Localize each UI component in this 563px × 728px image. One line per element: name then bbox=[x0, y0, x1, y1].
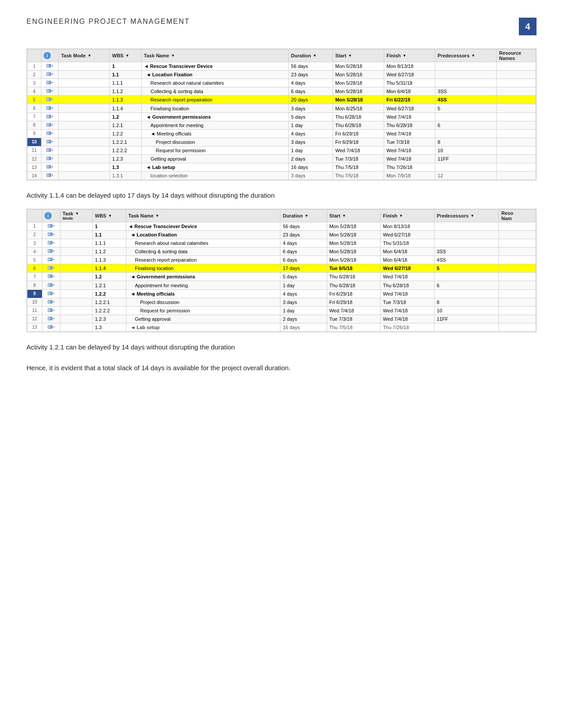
pred-cell: 6 bbox=[435, 121, 497, 129]
th2-task-name[interactable]: Task Name ▼ bbox=[126, 209, 280, 222]
finish-cell: Mon 6/4/18 bbox=[381, 248, 435, 256]
resource-cell bbox=[497, 121, 536, 129]
row-num: 11 bbox=[27, 146, 42, 154]
resource-cell bbox=[497, 79, 536, 87]
svg-marker-51 bbox=[51, 149, 53, 151]
task-mode-cell bbox=[60, 323, 92, 331]
description2: Activity 1.2.1 can be delayed by 14 days… bbox=[26, 342, 537, 353]
th2-start[interactable]: Start ▼ bbox=[327, 209, 381, 222]
pred-cell bbox=[435, 62, 497, 71]
wbs-cell: 1.2.2.2 bbox=[93, 306, 126, 315]
finish-cell: Thu 6/28/18 bbox=[381, 281, 435, 289]
finish-cell: Thu 5/31/18 bbox=[381, 239, 435, 248]
start-cell: Fri 6/29/18 bbox=[327, 298, 381, 306]
task-info-cell bbox=[42, 273, 60, 281]
duration-cell: 6 days bbox=[289, 87, 333, 96]
duration-cell: 56 days bbox=[280, 222, 327, 230]
duration-cell: 4 days bbox=[289, 79, 333, 87]
pred-cell bbox=[435, 289, 499, 298]
finish-cell: Wed 6/27/18 bbox=[381, 230, 435, 239]
table-row: 10 1.2.2.1 Project discussion 3 days Fri… bbox=[27, 138, 536, 146]
finish-cell: Wed 7/4/18 bbox=[384, 146, 435, 154]
table-row: 7 1.2 ◄ Government permissions 5 days Th… bbox=[27, 113, 536, 121]
task-mode-cell bbox=[60, 239, 92, 248]
wbs-cell: 1.3 bbox=[93, 323, 126, 331]
duration-cell: 3 days bbox=[280, 298, 327, 306]
section-table2: i Task ▼ Mode WBS ▼ Task Name ▼ Duration… bbox=[26, 209, 537, 334]
page-number: 4 bbox=[519, 18, 537, 35]
resource-cell bbox=[499, 323, 536, 331]
resource-cell bbox=[499, 289, 536, 298]
svg-marker-21 bbox=[51, 98, 53, 100]
finish-cell: Wed 6/27/18 bbox=[381, 264, 435, 273]
task-info-cell bbox=[42, 96, 59, 104]
duration-cell: 56 days bbox=[289, 62, 333, 71]
resource-cell bbox=[497, 163, 536, 172]
row-num: 9 bbox=[27, 289, 42, 298]
th-resource: ResourceNames bbox=[497, 49, 536, 62]
start-cell: Mon 5/28/18 bbox=[333, 87, 384, 96]
task-name-cell: Request for permission bbox=[141, 146, 288, 154]
resource-cell bbox=[497, 138, 536, 146]
th-task-name[interactable]: Task Name ▼ bbox=[141, 49, 288, 62]
table-row: 1 1 ◄ Rescue Transciever Device 56 days … bbox=[27, 62, 536, 71]
task-mode-cell bbox=[60, 298, 92, 306]
th-pred[interactable]: Predecessors ▼ bbox=[435, 49, 497, 62]
wbs-cell: 1.1.4 bbox=[93, 264, 126, 273]
task-info-cell bbox=[42, 163, 59, 172]
wbs-cell: 1.2.2.2 bbox=[110, 146, 142, 154]
task-name-cell: ◄ Lab setup bbox=[141, 163, 288, 172]
task-name-cell: Appointment for meeting bbox=[126, 281, 280, 289]
th-wbs[interactable]: WBS ▼ bbox=[110, 49, 142, 62]
th2-finish[interactable]: Finish ▼ bbox=[381, 209, 435, 222]
th2-pred[interactable]: Predecessors ▼ bbox=[435, 209, 499, 222]
th-duration[interactable]: Duration ▼ bbox=[289, 49, 333, 62]
start-cell: Tue 7/3/18 bbox=[333, 155, 384, 163]
task-name-cell: Research about natural calamities bbox=[126, 239, 280, 248]
task-name-cell: Getting approval bbox=[141, 155, 288, 163]
start-cell: Wed 7/4/18 bbox=[333, 146, 384, 154]
duration-cell: 23 days bbox=[289, 71, 333, 79]
task-info-cell bbox=[42, 79, 59, 87]
th2-duration[interactable]: Duration ▼ bbox=[280, 209, 327, 222]
pred-cell: 6 bbox=[435, 281, 499, 289]
task-name-cell: Request for permission bbox=[126, 306, 280, 315]
task-name-cell: Appointment for meeting bbox=[141, 121, 288, 129]
wbs-cell: 1.2.1 bbox=[93, 281, 126, 289]
pred-cell: 10 bbox=[435, 146, 497, 154]
th2-task-mode[interactable]: Task ▼ Mode bbox=[60, 209, 92, 222]
task-name-cell: Project discussion bbox=[126, 298, 280, 306]
finish-cell: Wed 7/4/18 bbox=[381, 315, 435, 323]
section-table1: i Task Mode ▼ WBS ▼ Task Name ▼ Duration… bbox=[26, 49, 537, 182]
svg-marker-101 bbox=[53, 275, 54, 277]
pred-cell bbox=[435, 222, 499, 230]
pred-cell: 3SS bbox=[435, 87, 497, 96]
pred-cell bbox=[435, 163, 497, 172]
wbs-cell: 1.1.2 bbox=[93, 248, 126, 256]
table-row: 2 1.1 ◄ Location Fixation 23 days Mon 5/… bbox=[27, 230, 536, 239]
th-task-mode[interactable]: Task Mode ▼ bbox=[59, 49, 110, 62]
sort-arrow: ▼ bbox=[348, 53, 352, 58]
task-mode-cell bbox=[59, 163, 110, 172]
svg-marker-41 bbox=[51, 132, 53, 134]
task-info-cell bbox=[42, 315, 60, 323]
finish-cell: Wed 7/4/18 bbox=[384, 155, 435, 163]
start-cell: Mon 5/28/18 bbox=[327, 222, 381, 230]
th-start[interactable]: Start ▼ bbox=[333, 49, 384, 62]
finish-cell: Wed 7/4/18 bbox=[384, 113, 435, 121]
resource-cell bbox=[499, 239, 536, 248]
wbs-cell: 1.2.1 bbox=[110, 121, 142, 129]
th2-info: i bbox=[42, 209, 60, 222]
table-row: 13 1.3 ◄ Lab setup 16 days Thu 7/5/18 Th… bbox=[27, 323, 536, 331]
svg-marker-126 bbox=[53, 318, 54, 319]
duration-cell: 1 day bbox=[289, 121, 333, 129]
start-cell: Mon 6/25/18 bbox=[333, 104, 384, 113]
finish-cell: Wed 7/4/18 bbox=[381, 273, 435, 281]
task-mode-cell bbox=[59, 113, 110, 121]
duration-cell: 17 days bbox=[280, 264, 327, 273]
task-info-cell bbox=[42, 113, 59, 121]
th2-wbs[interactable]: WBS ▼ bbox=[93, 209, 126, 222]
table-row: 6 1.1.4 Finalising location 17 days Tue … bbox=[27, 264, 536, 273]
th-finish[interactable]: Finish ▼ bbox=[384, 49, 435, 62]
gantt-table-1-wrapper: i Task Mode ▼ WBS ▼ Task Name ▼ Duration… bbox=[26, 49, 537, 180]
